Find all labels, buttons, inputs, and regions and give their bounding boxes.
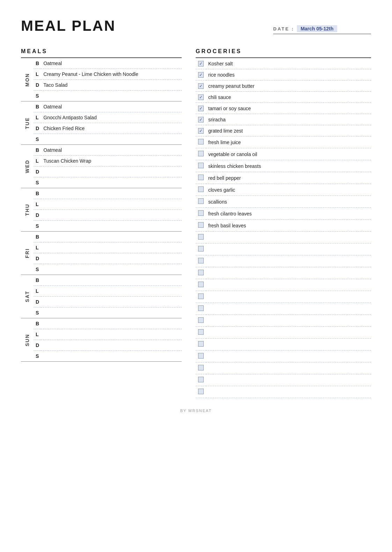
grocery-check-cell[interactable]	[196, 315, 206, 327]
meal-row: S	[21, 351, 182, 362]
grocery-name-text: scallions	[208, 199, 227, 205]
unchecked-checkbox[interactable]	[198, 258, 204, 263]
groceries-section-title: GROCERIES	[196, 48, 371, 55]
meal-row: MONBOatmeal	[21, 58, 182, 69]
meal-type-label: D	[36, 212, 41, 218]
grocery-check-cell[interactable]	[196, 362, 206, 374]
checked-checkbox[interactable]: ✓	[198, 83, 204, 89]
grocery-check-cell[interactable]	[196, 291, 206, 303]
unchecked-checkbox[interactable]	[198, 198, 204, 204]
unchecked-checkbox[interactable]	[198, 139, 204, 144]
unchecked-checkbox[interactable]	[198, 210, 204, 216]
meal-row: LCreamy Peanut - Lime Chicken with Noodl…	[21, 69, 182, 80]
grocery-check-cell[interactable]	[196, 339, 206, 351]
grocery-check-cell[interactable]	[196, 160, 206, 172]
grocery-check-cell[interactable]	[196, 172, 206, 184]
unchecked-checkbox[interactable]	[198, 175, 204, 180]
checked-checkbox[interactable]: ✓	[198, 72, 204, 78]
grocery-name-text: cloves garlic	[208, 187, 235, 193]
grocery-check-cell[interactable]: ✓	[196, 125, 206, 136]
grocery-check-cell[interactable]: ✓	[196, 80, 206, 92]
unchecked-checkbox[interactable]	[198, 270, 204, 275]
unchecked-checkbox[interactable]	[198, 234, 204, 240]
meal-row: SATB	[21, 275, 182, 286]
unchecked-checkbox[interactable]	[198, 377, 204, 382]
checked-checkbox[interactable]: ✓	[198, 128, 204, 134]
meal-row: D	[21, 340, 182, 351]
checked-checkbox[interactable]: ✓	[198, 117, 204, 122]
meal-type-label: D	[36, 299, 41, 305]
checked-checkbox[interactable]: ✓	[198, 94, 204, 100]
meal-type-label: L	[36, 201, 40, 207]
unchecked-checkbox[interactable]	[198, 186, 204, 192]
meal-name-text: Gnocchi Antipasto Salad	[43, 115, 97, 120]
grocery-row: ✓grated lime zest	[196, 125, 371, 136]
grocery-check-cell[interactable]	[196, 220, 206, 232]
footer-text: BY MRSNEAT	[180, 409, 212, 413]
unchecked-checkbox[interactable]	[198, 353, 204, 359]
grocery-check-cell[interactable]	[196, 303, 206, 315]
grocery-name-text: skinless chicken breasts	[208, 163, 261, 169]
grocery-check-cell[interactable]: ✓	[196, 69, 206, 80]
grocery-name-text: tamari or soy sauce	[208, 106, 251, 111]
grocery-check-cell[interactable]	[196, 374, 206, 386]
grocery-check-cell[interactable]	[196, 196, 206, 208]
grocery-check-cell[interactable]	[196, 351, 206, 362]
meal-row: TUEBOatmeal	[21, 101, 182, 112]
meal-type-label: B	[36, 61, 41, 66]
unchecked-checkbox[interactable]	[198, 163, 204, 168]
meals-column: MEALS MONBOatmealLCreamy Peanut - Lime C…	[21, 48, 182, 398]
meal-type-label: D	[36, 82, 41, 88]
unchecked-checkbox[interactable]	[198, 305, 204, 311]
grocery-check-cell[interactable]	[196, 255, 206, 267]
grocery-check-cell[interactable]	[196, 148, 206, 160]
meal-type-label: B	[36, 234, 41, 240]
meal-row: S	[21, 177, 182, 188]
checked-checkbox[interactable]: ✓	[198, 106, 204, 111]
grocery-check-cell[interactable]	[196, 279, 206, 291]
unchecked-checkbox[interactable]	[198, 293, 204, 299]
grocery-check-cell[interactable]	[196, 136, 206, 148]
grocery-check-cell[interactable]	[196, 208, 206, 220]
unchecked-checkbox[interactable]	[198, 365, 204, 370]
meal-row: D	[21, 210, 182, 221]
unchecked-checkbox[interactable]	[198, 329, 204, 335]
meals-table: MONBOatmealLCreamy Peanut - Lime Chicken…	[21, 58, 182, 362]
grocery-check-cell[interactable]	[196, 267, 206, 279]
unchecked-checkbox[interactable]	[198, 222, 204, 228]
meal-row: DChicken Fried Rice	[21, 123, 182, 134]
meal-type-label: S	[36, 353, 40, 359]
meal-row: THUB	[21, 188, 182, 199]
grocery-check-cell[interactable]	[196, 232, 206, 243]
unchecked-checkbox[interactable]	[198, 282, 204, 287]
grocery-check-cell[interactable]: ✓	[196, 114, 206, 125]
grocery-row	[196, 232, 371, 243]
meal-row: S	[21, 264, 182, 275]
day-label: MON	[21, 58, 34, 101]
meal-row: L	[21, 286, 182, 297]
meal-type-label: S	[36, 223, 40, 229]
unchecked-checkbox[interactable]	[198, 341, 204, 347]
grocery-check-cell[interactable]: ✓	[196, 103, 206, 114]
unchecked-checkbox[interactable]	[198, 317, 204, 323]
grocery-check-cell[interactable]	[196, 386, 206, 398]
grocery-check-cell[interactable]	[196, 327, 206, 339]
meal-name-text: Oatmeal	[43, 61, 62, 66]
grocery-row	[196, 374, 371, 386]
unchecked-checkbox[interactable]	[198, 246, 204, 252]
grocery-name-text: sriracha	[208, 117, 226, 122]
grocery-check-cell[interactable]	[196, 184, 206, 196]
unchecked-checkbox[interactable]	[198, 151, 204, 156]
grocery-check-cell[interactable]: ✓	[196, 92, 206, 103]
grocery-check-cell[interactable]: ✓	[196, 58, 206, 69]
meal-row: S	[21, 91, 182, 101]
grocery-row: cloves garlic	[196, 184, 371, 196]
meal-row: FRIB	[21, 232, 182, 242]
grocery-check-cell[interactable]	[196, 243, 206, 255]
grocery-name-text: vegetable or canola oil	[208, 151, 257, 157]
grocery-row	[196, 255, 371, 267]
checked-checkbox[interactable]: ✓	[198, 61, 204, 66]
unchecked-checkbox[interactable]	[198, 389, 204, 394]
day-label: WED	[21, 145, 34, 188]
grocery-row	[196, 243, 371, 255]
